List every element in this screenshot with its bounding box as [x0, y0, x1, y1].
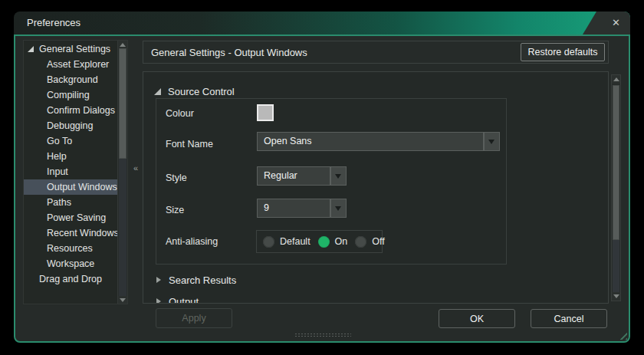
size-dropdown-icon[interactable]	[330, 199, 347, 218]
section-label: Search Results	[169, 274, 236, 286]
collapsed-triangle-icon[interactable]	[156, 277, 161, 283]
tree-item-label: Input	[47, 164, 68, 179]
tree-item-workspace[interactable]: Workspace	[24, 256, 118, 271]
window-title: Preferences	[27, 12, 80, 35]
radio-default-label[interactable]: Default	[280, 236, 310, 247]
sidebar-collapse-button[interactable]: «	[130, 161, 141, 175]
restore-defaults-button[interactable]: Restore defaults	[521, 43, 605, 61]
close-button[interactable]: ✕	[583, 12, 630, 35]
section-search-results[interactable]: Search Results	[154, 273, 236, 287]
radio-off-label[interactable]: Off	[372, 236, 384, 247]
radio-on[interactable]	[318, 236, 330, 248]
content-scrollbar-groove[interactable]	[613, 240, 619, 292]
tree-item-label: General Settings	[39, 41, 110, 57]
content-scrollbar-thumb[interactable]	[613, 85, 619, 240]
content-scrollbar[interactable]	[611, 74, 621, 301]
tree-item-debugging[interactable]: Debugging	[24, 118, 118, 133]
apply-button[interactable]: Apply	[156, 308, 232, 328]
expanded-triangle-icon[interactable]	[28, 46, 34, 52]
font-name-select[interactable]: Open Sans	[257, 132, 484, 151]
cancel-button[interactable]: Cancel	[531, 309, 607, 328]
style-dropdown-icon[interactable]	[330, 166, 347, 186]
collapsed-triangle-icon[interactable]	[156, 298, 161, 304]
tree-item-label: Workspace	[47, 256, 94, 271]
source-control-group: Colour Font Name Open Sans Style Regular…	[156, 98, 507, 265]
tree-item-resources[interactable]: Resources	[24, 241, 118, 256]
tree-item-label: Paths	[47, 195, 71, 210]
tree-item-label: Go To	[47, 133, 72, 149]
tree-item-label: Asset Explorer	[47, 57, 109, 72]
tree-item-compiling[interactable]: Compiling	[24, 87, 118, 103]
style-select[interactable]: Regular	[257, 166, 330, 186]
section-source-control[interactable]: Source Control	[154, 84, 235, 98]
page-header: General Settings - Output Windows Restor…	[143, 41, 609, 64]
screen: Preferences ✕ General Settings Asset Exp…	[0, 0, 644, 355]
tree-item-label: Drag and Drop	[39, 271, 102, 287]
tree-scrollbar[interactable]	[117, 41, 127, 304]
radio-off[interactable]	[355, 236, 366, 248]
section-label: Output	[169, 296, 199, 304]
radio-on-label[interactable]: On	[335, 236, 348, 247]
font-name-label: Font Name	[166, 139, 213, 150]
size-select[interactable]: 9	[257, 199, 330, 218]
tree-item-output-windows[interactable]: Output Windows	[24, 179, 118, 195]
scroll-down-icon[interactable]	[612, 292, 620, 301]
scroll-up-icon[interactable]	[612, 75, 620, 84]
tree-item-label: Confirm Dialogs	[47, 103, 115, 118]
settings-tree: General Settings Asset Explorer Backgrou…	[23, 40, 128, 304]
tree-item-help[interactable]: Help	[24, 149, 118, 164]
tree-item-input[interactable]: Input	[24, 164, 118, 179]
expanded-triangle-icon[interactable]	[154, 88, 161, 95]
tree-scrollbar-thumb[interactable]	[119, 48, 127, 159]
tree-item-label: Compiling	[47, 87, 90, 103]
tree-item-label: Debugging	[47, 118, 93, 133]
anti-aliasing-radio-group: Default On Off	[256, 230, 383, 253]
tree-item-asset-explorer[interactable]: Asset Explorer	[24, 57, 118, 72]
font-name-dropdown-icon[interactable]	[484, 132, 500, 151]
close-icon[interactable]: ✕	[612, 12, 620, 35]
tree-item-label: Recent Windows	[47, 225, 119, 241]
tree-item-drag-and-drop[interactable]: Drag and Drop	[24, 271, 118, 287]
tree-item-power-saving[interactable]: Power Saving	[24, 210, 118, 225]
tree-item-recent-windows[interactable]: Recent Windows	[24, 225, 118, 241]
tree-item-label: Output Windows	[47, 179, 117, 195]
tree-item-go-to[interactable]: Go To	[24, 133, 118, 149]
tree-item-paths[interactable]: Paths	[24, 195, 118, 210]
section-output[interactable]: Output	[154, 294, 199, 304]
tree-item-background[interactable]: Background	[24, 72, 118, 87]
tree-item-label: Background	[47, 72, 98, 87]
scroll-down-icon[interactable]	[118, 296, 127, 304]
tree-item-confirm-dialogs[interactable]: Confirm Dialogs	[24, 103, 118, 118]
title-bar[interactable]: Preferences ✕	[14, 12, 630, 35]
anti-aliasing-label: Anti-aliasing	[166, 236, 218, 247]
tree-item-label: Resources	[47, 241, 93, 256]
tree-item-general-settings[interactable]: General Settings	[24, 41, 118, 57]
scroll-up-icon[interactable]	[118, 41, 127, 48]
colour-swatch[interactable]	[257, 104, 274, 121]
preferences-dialog: Preferences ✕ General Settings Asset Exp…	[14, 12, 630, 343]
ok-button[interactable]: OK	[439, 309, 515, 328]
settings-panel: Source Control Colour Font Name Open San…	[143, 71, 609, 304]
tree-item-label: Help	[47, 149, 67, 164]
tree-item-label: Power Saving	[47, 210, 106, 225]
tree-scrollbar-groove[interactable]	[119, 159, 127, 296]
colour-label: Colour	[166, 108, 194, 119]
style-label: Style	[166, 173, 187, 183]
page-title: General Settings - Output Windows	[151, 47, 307, 58]
drag-gripper[interactable]	[294, 333, 351, 337]
size-label: Size	[166, 205, 184, 215]
tree-rows: General Settings Asset Explorer Backgrou…	[24, 41, 118, 287]
section-label: Source Control	[168, 86, 235, 97]
radio-default[interactable]	[263, 236, 274, 248]
